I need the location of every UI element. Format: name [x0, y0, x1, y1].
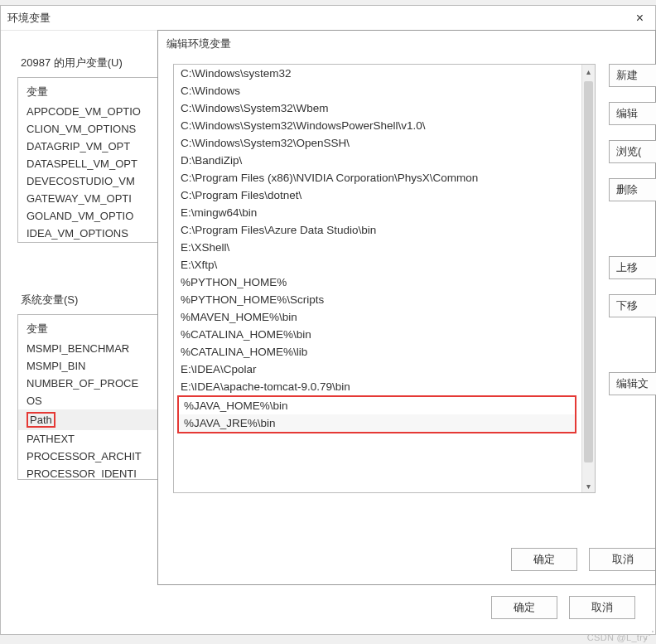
parent-cancel-button[interactable]: 取消: [569, 596, 635, 619]
list-item[interactable]: DATASPELL_VM_OPT: [18, 155, 157, 172]
scroll-up-icon[interactable]: ▴: [582, 65, 595, 78]
user-vars-listbox[interactable]: 变量 APPCODE_VM_OPTIOCLION_VM_OPTIONSDATAG…: [17, 77, 158, 243]
path-entry[interactable]: E:\XShell\: [174, 239, 581, 256]
path-entry[interactable]: %PYTHON_HOME%: [174, 274, 581, 291]
path-entry[interactable]: %JAVA_HOME%\bin: [179, 397, 575, 414]
list-item[interactable]: MSMPI_BIN: [18, 357, 157, 375]
path-entry[interactable]: %JAVA_JRE%\bin: [179, 414, 575, 432]
list-item[interactable]: GATEWAY_VM_OPTI: [18, 190, 157, 207]
path-entry[interactable]: %CATALINA_HOME%\bin: [174, 326, 581, 343]
path-entry[interactable]: C:\Program Files\Azure Data Studio\bin: [174, 221, 581, 239]
path-entry[interactable]: C:\Windows\System32\OpenSSH\: [174, 134, 581, 152]
parent-title: 环境变量: [7, 11, 51, 26]
path-entry[interactable]: E:\IDEA\Cpolar: [174, 361, 581, 378]
move-up-button[interactable]: 上移: [609, 256, 656, 279]
list-item[interactable]: PATHEXT: [18, 430, 157, 448]
list-item[interactable]: Path: [18, 409, 157, 430]
scroll-thumb[interactable]: [584, 81, 593, 462]
path-entry[interactable]: D:\BandiZip\: [174, 152, 581, 169]
list-item[interactable]: DATAGRIP_VM_OPT: [18, 138, 157, 155]
path-entries-listbox[interactable]: C:\Windows\system32C:\WindowsC:\Windows\…: [173, 64, 596, 493]
watermark: CSDN @L_try: [587, 632, 648, 642]
list-item[interactable]: OS: [18, 392, 157, 409]
edit-text-button[interactable]: 编辑文: [609, 372, 656, 395]
edit-env-var-dialog: 编辑环境变量 C:\Windows\system32C:\WindowsC:\W…: [157, 30, 656, 585]
path-entry[interactable]: C:\Program Files (x86)\NVIDIA Corporatio…: [174, 169, 581, 186]
sys-vars-header: 变量: [18, 318, 157, 340]
parent-titlebar: 环境变量 ×: [1, 6, 655, 31]
list-item[interactable]: CLION_VM_OPTIONS: [18, 120, 157, 138]
path-entry[interactable]: C:\Windows\System32\Wbem: [174, 99, 581, 117]
edit-button[interactable]: 编辑: [609, 102, 656, 125]
path-entry[interactable]: C:\Program Files\dotnet\: [174, 186, 581, 204]
list-item[interactable]: DEVECOSTUDIO_VM: [18, 172, 157, 190]
path-entry[interactable]: C:\Windows\system32: [174, 65, 581, 82]
path-entry[interactable]: E:\IDEA\apache-tomcat-9.0.79\bin: [174, 378, 581, 395]
list-item[interactable]: APPCODE_VM_OPTIO: [18, 103, 157, 120]
child-cancel-button[interactable]: 取消: [589, 548, 655, 571]
list-item[interactable]: PROCESSOR_ARCHIT: [18, 448, 157, 465]
move-down-button[interactable]: 下移: [609, 294, 656, 317]
decorative-top-strip: [0, 0, 656, 2]
child-title: 编辑环境变量: [158, 31, 655, 57]
user-vars-header: 变量: [18, 81, 157, 103]
path-entry[interactable]: E:\Xftp\: [174, 256, 581, 274]
child-ok-button[interactable]: 确定: [511, 548, 577, 571]
resize-grip-icon[interactable]: ⋰: [644, 629, 654, 641]
highlighted-entries: %JAVA_HOME%\bin%JAVA_JRE%\bin: [177, 395, 576, 433]
close-icon[interactable]: ×: [631, 11, 649, 26]
list-item[interactable]: IDEA_VM_OPTIONS: [18, 225, 157, 242]
list-item[interactable]: MSMPI_BENCHMAR: [18, 340, 157, 357]
path-entry[interactable]: E:\mingw64\bin: [174, 204, 581, 221]
scroll-down-icon[interactable]: ▾: [582, 479, 595, 492]
parent-ok-button[interactable]: 确定: [491, 596, 557, 619]
path-entry[interactable]: %CATALINA_HOME%\lib: [174, 343, 581, 361]
path-entry[interactable]: C:\Windows: [174, 82, 581, 99]
list-item[interactable]: GOLAND_VM_OPTIO: [18, 207, 157, 225]
path-entry[interactable]: %MAVEN_HOME%\bin: [174, 308, 581, 326]
new-button[interactable]: 新建: [609, 64, 656, 87]
browse-button[interactable]: 浏览(: [609, 140, 656, 163]
path-entry[interactable]: C:\Windows\System32\WindowsPowerShell\v1…: [174, 117, 581, 134]
scrollbar[interactable]: ▴ ▾: [581, 65, 595, 492]
delete-button[interactable]: 删除: [609, 178, 656, 201]
list-item[interactable]: NUMBER_OF_PROCE: [18, 375, 157, 392]
path-entry[interactable]: %PYTHON_HOME%\Scripts: [174, 291, 581, 308]
list-item[interactable]: PROCESSOR_IDENTI: [18, 465, 157, 480]
sys-vars-listbox[interactable]: 变量 MSMPI_BENCHMARMSMPI_BINNUMBER_OF_PROC…: [17, 314, 158, 480]
